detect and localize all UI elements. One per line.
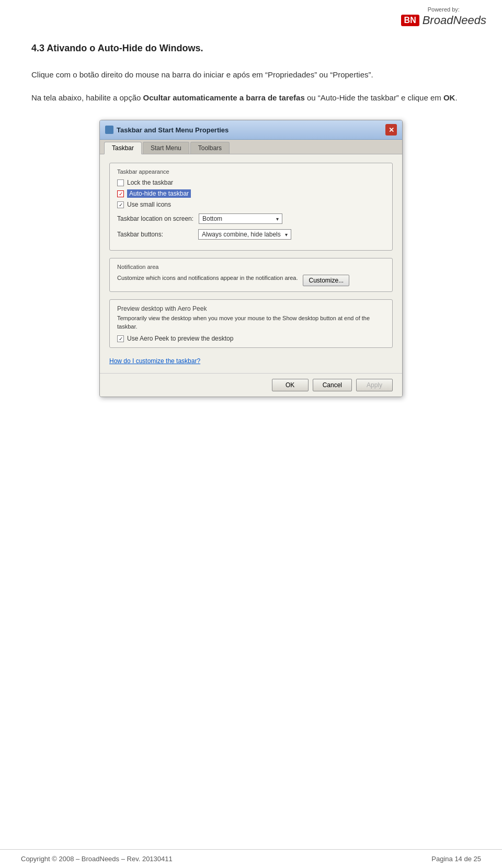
notification-row: Customize which icons and notifications … <box>117 274 385 286</box>
customize-button[interactable]: Customize... <box>303 275 349 286</box>
preview-desktop-group: Preview desktop with Aero Peek Temporari… <box>109 299 393 348</box>
lock-taskbar-label: Lock the taskbar <box>127 179 173 186</box>
notification-area-label: Notification area <box>117 264 385 270</box>
tab-start-menu[interactable]: Start Menu <box>143 142 189 154</box>
small-icons-label: Use small icons <box>127 201 171 208</box>
aero-peek-label: Use Aero Peek to preview the desktop <box>127 335 233 342</box>
para2-end: . <box>455 93 457 102</box>
dialog-close-button[interactable]: ✕ <box>385 124 397 136</box>
taskbar-location-value: Bottom <box>202 215 222 222</box>
taskbar-location-label: Taskbar location on screen: <box>117 215 193 222</box>
lock-taskbar-row: Lock the taskbar <box>117 179 385 186</box>
taskbar-buttons-dropdown[interactable]: Always combine, hide labels ▾ <box>198 229 291 240</box>
page-header: Powered by: BN BroadNeeds <box>0 0 502 27</box>
preview-desc: Temporarily view the desktop when you mo… <box>117 314 385 331</box>
bn-badge: BN <box>401 15 419 26</box>
customize-link-text[interactable]: How do I customize the taskbar? <box>109 357 200 365</box>
dialog-tabs: Taskbar Start Menu Toolbars <box>100 140 402 154</box>
apply-button[interactable]: Apply <box>356 379 393 391</box>
dialog-footer: OK Cancel Apply <box>100 373 402 397</box>
dialog-window: Taskbar and Start Menu Properties ✕ Task… <box>99 120 403 397</box>
dialog-body: Taskbar appearance Lock the taskbar ✓ Au… <box>100 154 402 373</box>
taskbar-appearance-group: Taskbar appearance Lock the taskbar ✓ Au… <box>109 163 393 251</box>
tab-taskbar[interactable]: Taskbar <box>104 142 142 154</box>
lock-taskbar-checkbox[interactable] <box>117 179 124 186</box>
main-content: 4.3 Ativando o Auto-Hide do Windows. Cli… <box>0 27 502 429</box>
autohide-taskbar-checkbox[interactable]: ✓ <box>117 190 124 197</box>
notification-desc: Customize which icons and notifications … <box>117 274 298 282</box>
para2-ok: OK <box>443 93 455 102</box>
para2-pre: Na tela abaixo, habilite a opção <box>31 93 143 102</box>
cancel-button[interactable]: Cancel <box>313 379 352 391</box>
tab-toolbars[interactable]: Toolbars <box>190 142 230 154</box>
taskbar-appearance-label: Taskbar appearance <box>117 168 385 175</box>
para2-mid: ou “Auto-Hide the taskbar” e clique em <box>305 93 443 102</box>
taskbar-buttons-label: Taskbar buttons: <box>117 231 193 238</box>
taskbar-buttons-arrow: ▾ <box>285 232 288 238</box>
small-icons-row: ✓ Use small icons <box>117 201 385 208</box>
autohide-taskbar-row: ✓ Auto-hide the taskbar <box>117 189 385 198</box>
taskbar-buttons-row: Taskbar buttons: Always combine, hide la… <box>117 229 385 240</box>
section-title: 4.3 Ativando o Auto-Hide do Windows. <box>31 43 471 54</box>
dialog-title-text: Taskbar and Start Menu Properties <box>117 126 229 134</box>
powered-by-text: Powered by: <box>401 6 486 13</box>
copyright-text: Copyright © 2008 – BroadNeeds – Rev. 201… <box>21 855 173 863</box>
dialog-titlebar-left: Taskbar and Start Menu Properties <box>105 126 229 134</box>
paragraph-1: Clique com o botão direito do mouse na b… <box>31 69 471 81</box>
taskbar-buttons-value: Always combine, hide labels <box>202 231 281 238</box>
customize-link[interactable]: How do I customize the taskbar? <box>109 355 393 365</box>
taskbar-location-row: Taskbar location on screen: Bottom ▾ <box>117 213 385 224</box>
notification-area-group: Notification area Customize which icons … <box>109 258 393 292</box>
ok-button[interactable]: OK <box>272 379 309 391</box>
brand-name: BroadNeeds <box>423 14 486 27</box>
dialog-titlebar: Taskbar and Start Menu Properties ✕ <box>100 120 402 140</box>
logo-area: Powered by: BN BroadNeeds <box>401 6 486 27</box>
aero-peek-row: ✓ Use Aero Peek to preview the desktop <box>117 335 385 342</box>
autohide-taskbar-label: Auto-hide the taskbar <box>127 189 191 198</box>
logo-box: BN BroadNeeds <box>401 14 486 27</box>
preview-title: Preview desktop with Aero Peek <box>117 305 385 312</box>
aero-peek-checkbox[interactable]: ✓ <box>117 335 124 342</box>
paragraph-2: Na tela abaixo, habilite a opção Ocultar… <box>31 92 471 104</box>
taskbar-location-dropdown[interactable]: Bottom ▾ <box>199 213 282 224</box>
page-footer: Copyright © 2008 – BroadNeeds – Rev. 201… <box>0 849 502 868</box>
taskbar-location-arrow: ▾ <box>276 216 279 222</box>
page-info: Pagina 14 de 25 <box>431 855 481 863</box>
dialog-window-icon <box>105 126 113 134</box>
para2-bold: Ocultar automaticamente a barra de taref… <box>143 93 304 102</box>
small-icons-checkbox[interactable]: ✓ <box>117 201 124 208</box>
